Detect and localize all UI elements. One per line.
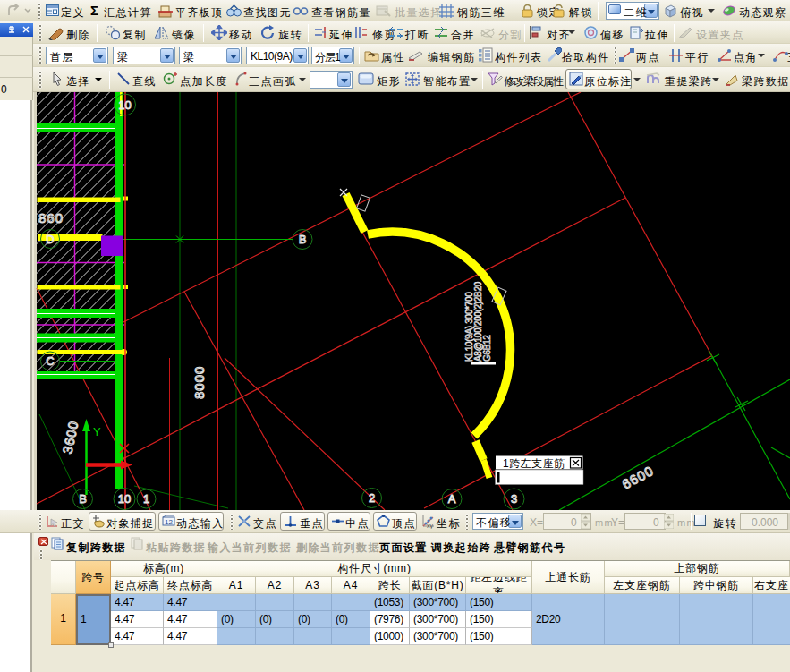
svg-text:C: C [46,354,54,368]
svg-text:Y: Y [93,425,101,438]
svg-text:D: D [46,233,54,246]
svg-text:8000: 8000 [191,366,207,399]
svg-text:B: B [299,233,307,246]
svg-text:xy: xy [427,523,434,529]
svg-text:A: A [448,492,456,506]
svg-text:860: 860 [38,210,64,225]
svg-text:3: 3 [511,492,517,506]
svg-text:12: 12 [165,518,173,526]
svg-text:2: 2 [369,491,375,505]
svg-text:B: B [79,492,87,506]
svg-text:1: 1 [143,492,149,506]
svg-text:1跨左支座筋: 1跨左支座筋 [503,457,565,470]
svg-text:10: 10 [118,98,131,112]
svg-text:G6B12: G6B12 [482,335,492,362]
svg-text:10: 10 [118,492,131,506]
